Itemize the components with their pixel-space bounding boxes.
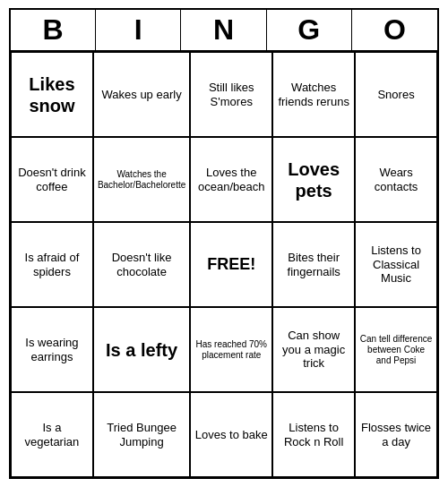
bingo-cell-10[interactable]: Is afraid of spiders xyxy=(11,222,93,307)
bingo-cell-4[interactable]: Snores xyxy=(355,52,437,137)
bingo-cell-2[interactable]: Still likes S'mores xyxy=(190,52,272,137)
bingo-cell-17[interactable]: Has reached 70% placement rate xyxy=(190,307,272,392)
header-letter-N: N xyxy=(181,10,266,50)
bingo-cell-22[interactable]: Loves to bake xyxy=(190,392,272,477)
header-letter-O: O xyxy=(352,10,437,50)
bingo-cell-12[interactable]: FREE! xyxy=(190,222,272,307)
bingo-cell-16[interactable]: Is a lefty xyxy=(93,307,190,392)
bingo-header: BINGO xyxy=(11,10,437,52)
header-letter-G: G xyxy=(267,10,352,50)
bingo-cell-13[interactable]: Bites their fingernails xyxy=(272,222,355,307)
bingo-cell-23[interactable]: Listens to Rock n Roll xyxy=(272,392,355,477)
bingo-cell-0[interactable]: Likes snow xyxy=(11,52,93,137)
bingo-cell-9[interactable]: Wears contacts xyxy=(355,137,437,222)
bingo-cell-8[interactable]: Loves pets xyxy=(272,137,355,222)
bingo-cell-19[interactable]: Can tell difference between Coke and Pep… xyxy=(355,307,437,392)
bingo-cell-24[interactable]: Flosses twice a day xyxy=(355,392,437,477)
bingo-cell-20[interactable]: Is a vegetarian xyxy=(11,392,93,477)
bingo-cell-5[interactable]: Doesn't drink coffee xyxy=(11,137,93,222)
bingo-cell-11[interactable]: Doesn't like chocolate xyxy=(93,222,190,307)
bingo-cell-1[interactable]: Wakes up early xyxy=(93,52,190,137)
bingo-cell-6[interactable]: Watches the Bachelor/Bachelorette xyxy=(93,137,190,222)
bingo-grid: Likes snowWakes up earlyStill likes S'mo… xyxy=(11,52,437,477)
bingo-cell-7[interactable]: Loves the ocean/beach xyxy=(190,137,272,222)
bingo-cell-3[interactable]: Watches friends reruns xyxy=(272,52,355,137)
bingo-cell-14[interactable]: Listens to Classical Music xyxy=(355,222,437,307)
header-letter-I: I xyxy=(96,10,181,50)
bingo-cell-18[interactable]: Can show you a magic trick xyxy=(272,307,355,392)
bingo-cell-21[interactable]: Tried Bungee Jumping xyxy=(93,392,190,477)
bingo-cell-15[interactable]: Is wearing earrings xyxy=(11,307,93,392)
header-letter-B: B xyxy=(11,10,96,50)
bingo-card: BINGO Likes snowWakes up earlyStill like… xyxy=(9,8,439,479)
